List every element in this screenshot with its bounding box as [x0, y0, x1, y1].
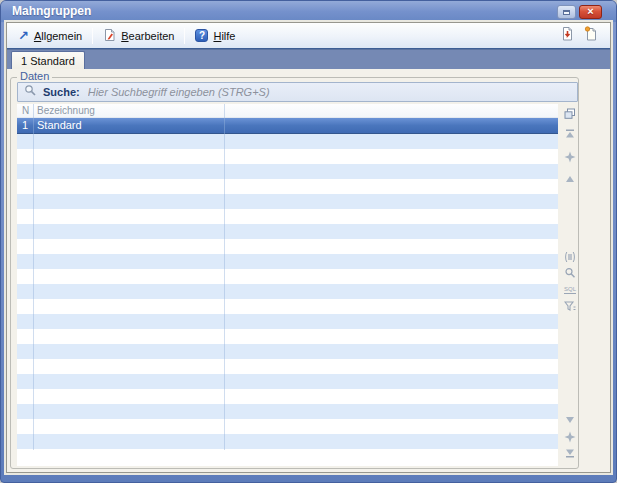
titlebar: Mahngruppen × — [1, 1, 616, 22]
help-icon: ? — [195, 29, 208, 42]
toolbar-separator — [92, 28, 93, 44]
step-down-icon[interactable] — [563, 413, 577, 426]
toolbar-separator — [184, 28, 185, 44]
table-row[interactable] — [17, 134, 558, 149]
copy-icon[interactable] — [563, 107, 577, 120]
document-export-icon[interactable] — [560, 26, 574, 46]
sql-filter-icon[interactable]: SQL — [563, 283, 577, 296]
columns-icon[interactable] — [563, 250, 577, 263]
step-up-icon[interactable] — [563, 172, 577, 185]
tab-standard[interactable]: 1 Standard — [11, 51, 85, 69]
table-row[interactable] — [17, 149, 558, 164]
toolbar: ↗ Allgemein Bearbeiten ? Hilfe — [7, 23, 610, 49]
table-row[interactable] — [17, 389, 558, 404]
table-row[interactable] — [17, 164, 558, 179]
daten-groupbox: Daten Suche: N Beze — [10, 77, 579, 469]
grid-header[interactable]: N Bezeichnung — [17, 104, 558, 118]
table-row[interactable] — [17, 254, 558, 269]
table-row[interactable] — [17, 224, 558, 239]
search-bar[interactable]: Suche: — [17, 82, 578, 102]
table-row-selected[interactable]: 1 Standard — [17, 118, 558, 134]
table-row[interactable] — [17, 344, 558, 359]
filter-icon[interactable] — [563, 299, 577, 312]
search-icon[interactable] — [563, 266, 577, 279]
arrow-up-right-icon: ↗ — [18, 30, 29, 42]
table-row[interactable] — [17, 374, 558, 389]
search-icon — [24, 83, 37, 101]
move-down-icon[interactable] — [563, 430, 577, 443]
scroll-to-top-icon[interactable] — [563, 127, 577, 140]
close-button[interactable]: × — [579, 5, 602, 19]
table-row[interactable] — [17, 179, 558, 194]
grid-side-toolbar: SQL — [562, 104, 578, 466]
data-grid: N Bezeichnung 1 Standard — [17, 104, 558, 466]
table-row[interactable] — [17, 329, 558, 344]
search-input[interactable] — [86, 85, 571, 99]
bearbeiten-button[interactable]: Bearbeiten — [96, 26, 181, 46]
bearbeiten-label: Bearbeiten — [121, 30, 174, 42]
close-icon: × — [587, 6, 593, 17]
window-frame: ↗ Allgemein Bearbeiten ? Hilfe — [6, 22, 611, 473]
scroll-to-bottom-icon[interactable] — [563, 446, 577, 459]
cell-bezeichnung: Standard — [37, 119, 82, 131]
hilfe-label: Hilfe — [213, 30, 235, 42]
table-row[interactable] — [17, 269, 558, 284]
table-row[interactable] — [17, 239, 558, 254]
table-row[interactable] — [17, 404, 558, 419]
search-label: Suche: — [43, 86, 80, 98]
restore-icon — [563, 10, 570, 15]
table-row[interactable] — [17, 359, 558, 374]
page: Daten Suche: N Beze — [7, 69, 610, 472]
table-empty-rows — [17, 134, 558, 449]
hilfe-button[interactable]: ? Hilfe — [188, 27, 242, 44]
table-row[interactable] — [17, 314, 558, 329]
move-up-icon[interactable] — [563, 150, 577, 163]
cell-n: 1 — [22, 119, 28, 131]
restore-button[interactable] — [557, 5, 576, 19]
table-row[interactable] — [17, 299, 558, 314]
toolbar-right-group — [560, 26, 604, 46]
table-row[interactable] — [17, 209, 558, 224]
table-row[interactable] — [17, 419, 558, 434]
table-row[interactable] — [17, 194, 558, 209]
allgemein-button[interactable]: ↗ Allgemein — [11, 28, 89, 44]
window-title: Mahngruppen — [12, 4, 91, 18]
edit-document-icon — [103, 28, 116, 44]
allgemein-label: Allgemein — [34, 30, 82, 42]
document-new-icon[interactable] — [584, 26, 598, 46]
mahngruppen-window: Mahngruppen × ↗ Allgemein — [0, 0, 617, 483]
table-row[interactable] — [17, 434, 558, 449]
tabstrip: 1 Standard — [7, 49, 610, 69]
groupbox-label: Daten — [17, 70, 52, 82]
column-header-n[interactable]: N — [22, 105, 29, 116]
table-row[interactable] — [17, 284, 558, 299]
column-header-bezeichnung[interactable]: Bezeichnung — [37, 105, 95, 116]
